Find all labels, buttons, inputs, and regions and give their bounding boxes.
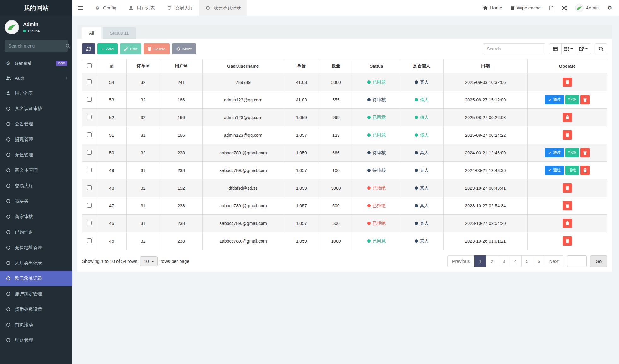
status-dot	[415, 98, 418, 101]
top-tab[interactable]: 欧元承兑记录	[199, 0, 247, 16]
page-size-dropdown[interactable]: 10	[140, 256, 158, 266]
sidebar-item[interactable]: 用户列表	[0, 85, 72, 101]
filter-tab[interactable]: Status 11	[103, 27, 136, 39]
delete-row-button[interactable]	[580, 95, 590, 104]
row-checkbox[interactable]	[87, 115, 92, 119]
sidebar-item[interactable]: 交易大厅	[0, 178, 72, 194]
cell-id: 45	[97, 232, 126, 250]
sidebar-item[interactable]: 充值地址管理	[0, 240, 72, 255]
page-number[interactable]: 3	[498, 255, 510, 267]
row-checkbox[interactable]	[87, 238, 92, 243]
page-number[interactable]: 4	[510, 255, 522, 267]
reject-button[interactable]: 拒绝	[565, 148, 579, 157]
sidebar-item[interactable]: 实名认证审核	[0, 101, 72, 116]
top-tab[interactable]: 交易大厅	[161, 0, 199, 16]
column-header[interactable]: 日期	[443, 59, 527, 73]
sidebar-item[interactable]: 我要买	[0, 194, 72, 209]
sidebar-item[interactable]: 已购理财	[0, 224, 72, 240]
sidebar-item[interactable]: 提现管理	[0, 132, 72, 147]
trash-icon	[565, 133, 569, 137]
sidebar-item[interactable]: 公告管理	[0, 116, 72, 132]
sidebar-item[interactable]: 富文本管理	[0, 163, 72, 178]
fullscreen-button[interactable]	[562, 6, 567, 10]
table-search-input[interactable]	[483, 43, 545, 54]
column-header[interactable]: 数量	[319, 59, 353, 73]
sidebar-item[interactable]: 大厅卖出记录	[0, 255, 72, 271]
delete-row-button[interactable]	[563, 236, 572, 246]
doc-button[interactable]	[549, 6, 553, 10]
row-checkbox[interactable]	[87, 203, 92, 208]
top-tab[interactable]: ⚙Config	[89, 0, 122, 16]
cell-operate: ✔通过拒绝	[528, 91, 607, 109]
column-header[interactable]: 单价	[284, 59, 319, 73]
row-checkbox[interactable]	[87, 221, 92, 225]
home-link[interactable]: Home	[483, 5, 502, 10]
go-button[interactable]: Go	[590, 255, 607, 267]
column-header[interactable]: 订单id	[126, 59, 160, 73]
sidebar-item[interactable]: 商家审核	[0, 209, 72, 224]
delete-row-button[interactable]	[563, 201, 572, 210]
settings-button[interactable]: ⚙	[607, 5, 612, 11]
column-header[interactable]: Operate	[528, 59, 607, 73]
top-tab[interactable]: 用户列表	[122, 0, 161, 16]
top-tab-label: 欧元承兑记录	[214, 5, 241, 11]
delete-row-button[interactable]	[563, 219, 572, 228]
page-prev[interactable]: Previous	[447, 255, 475, 267]
page-number[interactable]: 5	[521, 255, 533, 267]
fake-badge: 真人	[415, 238, 429, 243]
reject-button[interactable]: 拒绝	[565, 95, 579, 104]
columns-button[interactable]	[561, 43, 576, 54]
sidebar-item[interactable]: ⚙Generalnew	[0, 56, 72, 71]
column-header[interactable]: Status	[353, 59, 400, 73]
filter-tab[interactable]: All	[82, 27, 101, 39]
cell-id: 54	[97, 73, 126, 91]
column-header[interactable]: 是否假人	[400, 59, 443, 73]
column-header[interactable]: Id	[97, 59, 126, 73]
sidebar-item[interactable]: Auth‹	[0, 71, 72, 85]
row-checkbox[interactable]	[87, 150, 92, 155]
delete-row-button[interactable]	[563, 113, 572, 122]
toggle-view-button[interactable]	[549, 43, 562, 54]
delete-row-button[interactable]	[580, 148, 590, 157]
export-button[interactable]	[576, 43, 591, 54]
approve-button[interactable]: ✔通过	[545, 95, 564, 104]
row-checkbox[interactable]	[87, 168, 92, 172]
row-checkbox[interactable]	[87, 79, 92, 84]
row-checkbox[interactable]	[87, 97, 92, 102]
refresh-button[interactable]	[82, 43, 95, 54]
cell-operate	[528, 126, 607, 144]
delete-row-button[interactable]	[563, 130, 572, 140]
select-all-checkbox[interactable]	[87, 63, 92, 68]
sidebar-search-input[interactable]	[9, 43, 66, 49]
page-next[interactable]: Next	[545, 255, 563, 267]
column-header[interactable]: 用户id	[160, 59, 203, 73]
row-checkbox[interactable]	[87, 185, 92, 190]
edit-button[interactable]: Edit	[120, 43, 141, 54]
delete-button[interactable]: Delete	[144, 43, 170, 54]
admin-menu[interactable]: Admin	[575, 4, 599, 12]
sidebar-item[interactable]: 充值管理	[0, 147, 72, 163]
hamburger-icon[interactable]	[72, 0, 89, 16]
reject-button[interactable]: 拒绝	[565, 166, 579, 175]
page-number[interactable]: 1	[474, 255, 486, 267]
sidebar-item[interactable]: 首页滚动	[0, 317, 72, 332]
sidebar-item[interactable]: 货币参数设置	[0, 302, 72, 317]
circle-icon	[5, 230, 11, 234]
page-number[interactable]: 6	[533, 255, 545, 267]
delete-row-button[interactable]	[563, 78, 572, 87]
search-submit-button[interactable]	[595, 43, 607, 54]
sidebar-item[interactable]: 账户绑定管理	[0, 286, 72, 302]
column-header[interactable]: User.username	[203, 59, 284, 73]
delete-row-button[interactable]	[580, 166, 590, 175]
row-checkbox[interactable]	[87, 132, 92, 137]
approve-button[interactable]: ✔通过	[545, 166, 564, 175]
approve-button[interactable]: ✔通过	[545, 148, 564, 157]
goto-page-input[interactable]	[567, 255, 587, 267]
page-number[interactable]: 2	[486, 255, 498, 267]
sidebar-item[interactable]: 理财管理	[0, 332, 72, 348]
wipe-cache-link[interactable]: Wipe cache	[511, 5, 541, 10]
more-button[interactable]: ⚙ More	[172, 43, 196, 54]
add-button[interactable]: + Add	[97, 43, 118, 54]
delete-row-button[interactable]	[563, 183, 572, 193]
sidebar-item[interactable]: 欧元承兑记录	[0, 271, 72, 286]
